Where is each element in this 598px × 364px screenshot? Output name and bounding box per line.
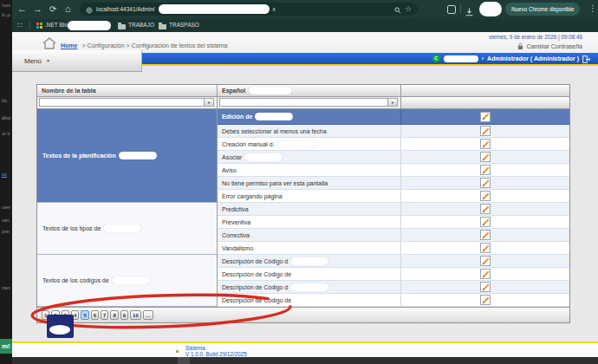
page-button-7[interactable]: 7 [101,310,108,320]
row-action-cell [401,294,569,306]
profile-avatar[interactable] [479,2,502,16]
dropdown-caret-icon[interactable]: ▼ [387,99,397,106]
filter-combobox-spanish[interactable]: ▼ [219,98,398,107]
forward-icon[interactable]: → [33,3,42,15]
edit-button[interactable] [480,217,491,227]
pencil-icon [482,140,490,148]
row-text-cell: Descripción de Código de [218,294,401,306]
table-row[interactable]: Preventiva [218,216,569,229]
filter-combobox-table-name[interactable]: ▼ [39,98,214,107]
redaction-blob [103,224,141,232]
table-row[interactable]: Correctiva [218,229,569,242]
table-row[interactable]: Error cargando página [218,190,569,203]
change-password-link[interactable]: Cambiar Contraseña [517,42,582,50]
home-icon[interactable]: ⌂ [65,3,71,15]
table-row[interactable]: No tiene permiso para ver esta pantalla [218,177,569,190]
browser-window: ← → ⟳ ⌂ localhost:44341/Admin/ x ☆ [12,0,598,357]
menu-dropdown[interactable]: Menú ▼ [12,50,142,72]
row-text: Preventiva [222,219,250,225]
download-icon[interactable] [465,4,473,20]
edit-button[interactable] [480,269,491,279]
pencil-icon [482,127,490,135]
extensions-icon[interactable] [447,5,456,14]
table-body: Textos de la planificaciónTextos de los … [37,109,569,307]
footer-bullet [176,350,179,353]
edit-button[interactable] [480,191,491,201]
table-row[interactable]: Vandalismo [218,242,569,255]
user-arrow: › [482,55,484,62]
page-button-9[interactable]: 9 [120,310,128,320]
browser-toolbar: ← → ⟳ ⌂ localhost:44341/Admin/ x ☆ [12,0,598,19]
user-bar: C › Administrador ( Administrador ) [142,53,598,64]
row-text-cell: Descripción de Código d [218,281,401,293]
background-text-fragment: álisi [2,115,10,120]
row-text: Descripción de Código de [222,297,291,303]
row-text: Aviso [222,167,237,173]
chrome-update-button[interactable]: Nuevo Chrome disponible [505,3,580,16]
page-button-10[interactable]: 10 [130,310,141,320]
table-row[interactable]: Descripción de Código d [218,281,569,294]
background-text-fragment: pre [2,229,10,234]
edit-button[interactable] [480,112,491,122]
column-header-table-name[interactable]: Nombre de la tabla [37,85,218,96]
redaction-blob [159,4,270,14]
table-header-row: Nombre de la tabla Español [37,85,569,97]
table-row[interactable]: Predictiva [218,203,569,216]
table-row[interactable]: Aviso [218,164,569,177]
edit-button[interactable] [480,204,491,214]
column-header-spanish[interactable]: Español [218,85,401,96]
edit-button[interactable] [480,178,491,188]
table-row[interactable]: Descripción de Código de [218,268,569,281]
url-text: localhost:44341/Admin/ [96,6,155,12]
row-text-cell: Edición de [218,109,401,124]
redaction-blob [277,140,315,148]
folder-icon [118,24,126,29]
page-button-5[interactable]: 5 [81,310,88,320]
datetime-label: viernes, 9 de enero de 2026 | 09:08:46 [489,34,582,40]
row-text-cell: Aviso [218,164,401,176]
row-action-cell [401,177,569,189]
footer-version: V 1.0.0. Build 29/12/2025 [185,351,247,357]
table-row[interactable]: Debes seleccionar al menos una fecha [218,125,569,138]
bookmark-folder-traspaso[interactable]: TRASPASO [169,22,199,28]
group-label: Textos de la planificación [42,153,116,159]
edit-button[interactable] [480,165,491,175]
browser-menu-icon[interactable]: ⋮ [588,3,597,13]
page-button-8[interactable]: 8 [110,310,118,320]
pencil-icon [482,179,490,187]
site-info-icon[interactable] [86,2,93,17]
page-button-...[interactable]: … [143,310,153,320]
breadcrumb: Home > Configuración > Configuración de … [61,42,228,49]
table-row[interactable]: Edición de [218,109,569,125]
table-row[interactable]: Descripción de Código d [218,255,569,268]
edit-button[interactable] [480,256,491,266]
bookmarks-bar: ∷ | .NET Blog TRABAJO TRASPASO [12,19,598,32]
edit-button[interactable] [480,243,491,253]
row-text: Descripción de Código d [222,284,288,290]
table-row[interactable]: Creación manual d. [218,138,569,151]
back-icon[interactable]: ← [17,3,27,15]
edit-button[interactable] [480,152,491,162]
row-action-cell [401,242,569,254]
reload-icon[interactable]: ⟳ [49,3,56,16]
background-window: ructlo piloálisiui tiscuierranprerianm! [0,0,12,364]
breadcrumb-home-link[interactable]: Home [61,42,77,49]
zoom-icon[interactable] [394,2,401,17]
edit-button[interactable] [480,295,491,305]
bookmark-star-icon[interactable]: ☆ [405,5,412,13]
row-text: Correctiva [222,232,250,238]
edit-button[interactable] [480,139,491,149]
page-button-6[interactable]: 6 [91,310,99,320]
table-row[interactable]: Asociar [218,151,569,164]
address-bar[interactable]: localhost:44341/Admin/ x ☆ [80,3,418,16]
apps-grid-icon[interactable]: ∷ [17,21,23,29]
background-text-fragment: m! [0,339,12,354]
redaction-blob [255,113,293,120]
edit-button[interactable] [480,230,491,240]
table-row[interactable]: Descripción de Código de [218,294,569,307]
edit-button[interactable] [480,126,491,136]
dropdown-caret-icon[interactable]: ▼ [204,99,213,106]
edit-button[interactable] [480,282,491,292]
row-text: Descripción de Código d [222,258,288,264]
bookmark-folder-trabajo[interactable]: TRABAJO [128,22,154,28]
